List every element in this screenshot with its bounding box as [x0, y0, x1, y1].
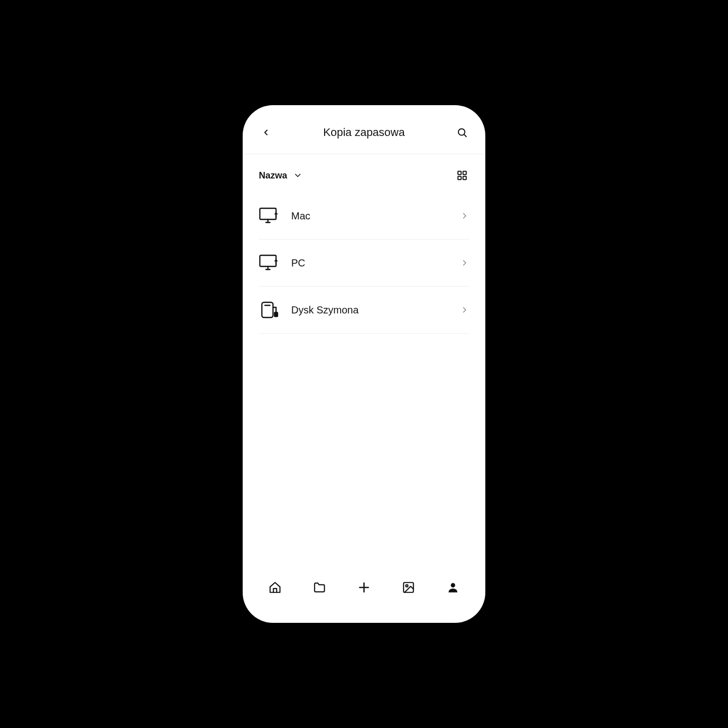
tab-account[interactable]: [443, 577, 463, 598]
chevron-down-icon: [293, 171, 302, 180]
chevron-right-icon: [460, 258, 469, 267]
sort-row: Nazwa: [243, 154, 485, 193]
svg-point-20: [406, 585, 408, 587]
list-item-drive[interactable]: Dysk Szymona: [259, 287, 469, 334]
home-icon: [268, 581, 282, 594]
tab-files[interactable]: [309, 577, 330, 598]
svg-rect-10: [260, 255, 276, 266]
tab-photos[interactable]: [398, 577, 419, 598]
svg-rect-16: [275, 312, 278, 316]
computer-upload-icon: [259, 208, 279, 224]
chevron-left-icon: [261, 128, 270, 137]
chevron-right-icon: [460, 211, 469, 220]
svg-line-1: [464, 134, 466, 136]
svg-rect-4: [458, 176, 461, 179]
list-item-pc[interactable]: PC: [259, 240, 469, 287]
tab-home[interactable]: [265, 577, 285, 598]
tab-bar: [243, 567, 485, 623]
back-button[interactable]: [259, 125, 273, 140]
search-button[interactable]: [455, 125, 469, 140]
svg-rect-14: [262, 302, 273, 317]
svg-rect-5: [463, 176, 466, 179]
person-icon: [446, 581, 460, 594]
svg-point-21: [451, 583, 456, 587]
external-drive-icon: [259, 302, 279, 318]
page-title: Kopia zapasowa: [323, 126, 404, 139]
header: Kopia zapasowa: [243, 105, 485, 154]
chevron-right-icon: [460, 305, 469, 314]
item-label: Mac: [291, 210, 460, 222]
sort-dropdown[interactable]: Nazwa: [259, 170, 302, 181]
svg-rect-6: [260, 208, 276, 219]
grid-icon: [457, 170, 468, 181]
svg-rect-2: [458, 171, 461, 174]
plus-icon: [357, 581, 371, 594]
backup-list: Mac PC: [243, 193, 485, 334]
search-icon: [457, 127, 468, 138]
sort-label: Nazwa: [259, 170, 287, 181]
image-icon: [402, 581, 415, 594]
folder-icon: [313, 581, 326, 594]
list-item-mac[interactable]: Mac: [259, 193, 469, 240]
grid-view-button[interactable]: [455, 168, 469, 183]
phone-frame: Kopia zapasowa Nazwa: [243, 105, 485, 623]
svg-rect-3: [463, 171, 466, 174]
item-label: PC: [291, 257, 460, 269]
tab-add[interactable]: [354, 577, 374, 598]
item-label: Dysk Szymona: [291, 304, 460, 316]
computer-upload-icon: [259, 255, 279, 271]
